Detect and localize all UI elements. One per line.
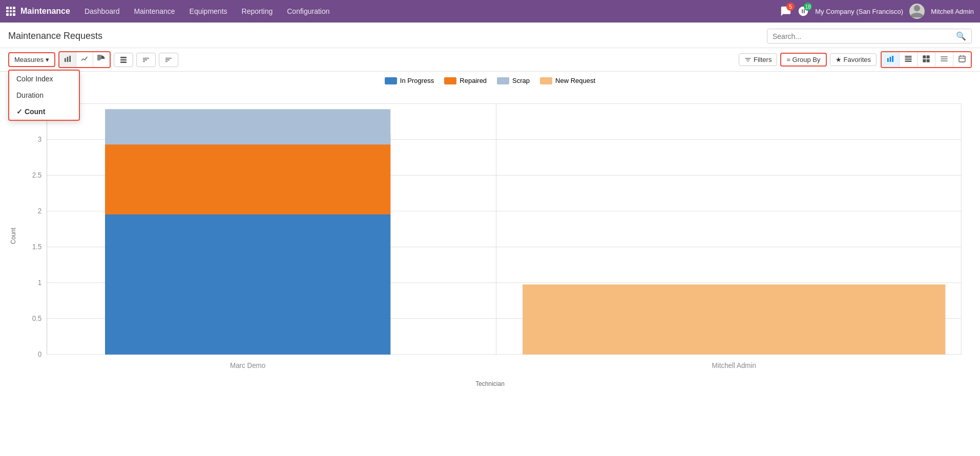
filters-label: Filters: [754, 56, 772, 63]
activity-notification[interactable]: 18: [798, 6, 809, 17]
sort-asc-btn[interactable]: [136, 53, 156, 67]
toolbar: Measures ▾: [0, 48, 980, 72]
filters-button[interactable]: Filters: [739, 53, 777, 66]
search-bar[interactable]: 🔍: [767, 29, 972, 44]
bar-marc-scrap-2: [105, 109, 390, 144]
nav-equipments[interactable]: Equipments: [183, 4, 234, 18]
chart-wrapper: Count 3.5 3 2.5 2 1.5: [8, 93, 972, 379]
measures-count[interactable]: Count: [9, 103, 79, 120]
svg-rect-4: [120, 59, 127, 60]
chart-container: In Progress Repaired Scrap New Request C…: [0, 72, 980, 393]
legend-in-progress-color: [385, 77, 397, 84]
page-title: Maintenance Requests: [8, 31, 102, 41]
measures-dropdown-icon: ▾: [46, 56, 49, 63]
svg-text:Marc Demo: Marc Demo: [230, 362, 266, 370]
nav-configuration[interactable]: Configuration: [281, 4, 336, 18]
group-by-label: = Group By: [786, 56, 820, 63]
legend-repaired: Repaired: [444, 77, 487, 84]
measures-color-index[interactable]: Color Index: [9, 71, 79, 87]
content-area: Maintenance Requests 🔍 Measures ▾: [0, 23, 980, 456]
svg-rect-9: [905, 56, 911, 57]
sort-desc-btn[interactable]: [159, 53, 178, 67]
avatar[interactable]: [909, 4, 925, 19]
measures-button[interactable]: Measures ▾: [8, 52, 55, 67]
svg-rect-6: [887, 58, 889, 62]
svg-rect-1: [67, 57, 69, 62]
svg-rect-20: [959, 56, 965, 62]
bar-chart-btn[interactable]: [59, 52, 76, 67]
activity-badge: 18: [804, 3, 812, 11]
bar-mitchell-new-request: [523, 285, 945, 355]
svg-text:2.5: 2.5: [32, 171, 42, 179]
chart-type-group: [58, 51, 111, 68]
chat-notification[interactable]: 5: [780, 6, 791, 17]
legend-scrap-label: Scrap: [512, 77, 530, 84]
topnav: Maintenance Dashboard Maintenance Equipm…: [0, 0, 980, 23]
toolbar-left: Measures ▾: [8, 51, 877, 68]
svg-text:0: 0: [38, 351, 42, 358]
legend-repaired-label: Repaired: [460, 77, 487, 84]
svg-rect-19: [941, 60, 947, 61]
chart-inner: 3.5 3 2.5 2 1.5 1 0.5 0: [20, 93, 972, 379]
app-name: Maintenance: [20, 7, 70, 16]
favorites-button[interactable]: ★ Favorites: [830, 53, 877, 66]
view-list-btn[interactable]: [935, 52, 953, 67]
chart-legend: In Progress Repaired Scrap New Request: [8, 77, 972, 84]
page-header: Maintenance Requests 🔍: [0, 23, 980, 48]
legend-new-request: New Request: [540, 77, 595, 84]
legend-scrap: Scrap: [497, 77, 530, 84]
measures-dropdown: Color Index Duration Count: [8, 70, 80, 121]
view-bar-chart-btn[interactable]: [882, 52, 900, 67]
svg-rect-0: [65, 58, 66, 62]
svg-text:Mitchell Admin: Mitchell Admin: [712, 362, 756, 370]
svg-rect-13: [923, 55, 926, 58]
favorites-label: Favorites: [844, 56, 871, 63]
user-name: Mitchell Admin: [931, 8, 974, 15]
legend-in-progress: In Progress: [385, 77, 434, 84]
svg-rect-15: [923, 59, 926, 62]
svg-rect-5: [120, 61, 127, 63]
legend-new-request-color: [540, 77, 552, 84]
chat-badge: 5: [786, 3, 795, 11]
view-kanban-btn[interactable]: [918, 52, 935, 67]
svg-text:0.5: 0.5: [32, 315, 42, 322]
nav-reporting[interactable]: Reporting: [236, 4, 279, 18]
measures-label: Measures: [14, 56, 44, 63]
view-type-group: [881, 51, 972, 68]
chart-svg: 3.5 3 2.5 2 1.5 1 0.5 0: [20, 93, 972, 379]
favorites-star-icon: ★: [836, 56, 842, 63]
legend-scrap-color: [497, 77, 509, 84]
view-table-btn[interactable]: [900, 52, 918, 67]
svg-rect-2: [69, 56, 71, 62]
svg-rect-3: [120, 57, 127, 58]
svg-rect-14: [927, 55, 930, 58]
x-axis-title: Technician: [8, 380, 972, 387]
y-axis-label: Count: [8, 93, 18, 379]
svg-rect-8: [892, 56, 893, 62]
svg-rect-11: [905, 59, 911, 60]
svg-text:1: 1: [38, 279, 41, 287]
bar-marc-in-progress-2: [105, 214, 390, 355]
svg-text:3: 3: [38, 136, 42, 143]
svg-rect-17: [941, 56, 947, 57]
stacked-btn[interactable]: [114, 53, 133, 67]
grid-icon: [6, 7, 15, 16]
app-logo[interactable]: Maintenance: [6, 7, 70, 16]
topnav-right: 5 18 My Company (San Francisco) Mitchell…: [780, 4, 974, 19]
search-input[interactable]: [773, 32, 956, 40]
svg-rect-12: [905, 61, 911, 62]
pie-chart-btn[interactable]: [93, 52, 110, 67]
line-chart-btn[interactable]: [76, 52, 93, 67]
svg-rect-7: [890, 57, 891, 62]
group-by-button[interactable]: = Group By: [780, 53, 826, 67]
search-icon: 🔍: [956, 31, 966, 41]
legend-repaired-color: [444, 77, 456, 84]
svg-rect-18: [941, 58, 947, 59]
nav-dashboard[interactable]: Dashboard: [78, 4, 126, 18]
view-calendar-btn[interactable]: [953, 52, 971, 67]
topnav-menu: Dashboard Maintenance Equipments Reporti…: [78, 4, 780, 18]
nav-maintenance[interactable]: Maintenance: [128, 4, 181, 18]
company-name: My Company (San Francisco): [815, 8, 903, 15]
measures-duration[interactable]: Duration: [9, 87, 79, 103]
svg-text:2: 2: [38, 207, 41, 215]
